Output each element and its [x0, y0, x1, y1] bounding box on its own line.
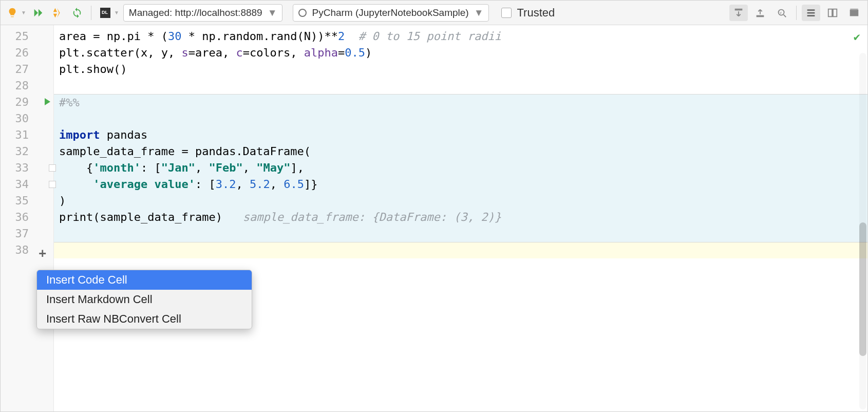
line-number: 34	[1, 176, 53, 193]
show-variables-icon[interactable]: v	[772, 5, 791, 21]
soft-wrap-icon[interactable]	[802, 5, 820, 21]
server-selector[interactable]: Managed: http://localhost:8889 ▼	[123, 4, 283, 22]
split-view-icon[interactable]	[823, 5, 842, 21]
code-line[interactable]: 'average value': [3.2, 5.2, 6.5]}	[54, 176, 867, 193]
line-number: 28	[1, 78, 53, 94]
cell-marker-line[interactable]: #%%	[54, 94, 867, 110]
menu-item-insert-code-cell[interactable]: Insert Code Cell	[37, 270, 252, 290]
code-line[interactable]: import pandas	[54, 127, 867, 143]
fold-handle-icon[interactable]	[49, 181, 56, 188]
trusted-checkbox[interactable]	[501, 8, 512, 18]
current-line[interactable]	[54, 242, 867, 258]
inspection-ok-icon[interactable]: ✔	[854, 30, 860, 43]
datalore-icon[interactable]: DL	[98, 5, 113, 21]
preview-icon[interactable]	[845, 5, 863, 21]
toolbar-separator	[796, 6, 797, 20]
menu-item-insert-markdown-cell[interactable]: Insert Markdown Cell	[37, 290, 252, 309]
trusted-label: Trusted	[517, 6, 555, 20]
code-line[interactable]: sample_data_frame = pandas.DataFrame(	[54, 143, 867, 160]
svg-text:DL: DL	[102, 10, 108, 15]
insert-cell-context-menu: Insert Code Cell Insert Markdown Cell In…	[36, 270, 252, 329]
kernel-status-icon	[298, 9, 307, 17]
code-line[interactable]: area = np.pi * (30 * np.random.rand(N))*…	[54, 28, 867, 45]
svg-rect-8	[833, 9, 837, 16]
svg-text:v: v	[780, 10, 782, 14]
code-line[interactable]: plt.scatter(x, y, s=area, c=colors, alph…	[54, 45, 867, 61]
chevron-down-icon: ▼	[268, 7, 277, 18]
code-line[interactable]	[54, 78, 867, 94]
code-line[interactable]: plt.show()	[54, 61, 867, 78]
scroll-to-source-icon[interactable]	[751, 5, 769, 21]
line-number: 25	[1, 28, 53, 45]
add-cell-icon[interactable]: +	[39, 245, 46, 261]
inline-hint: sample_data_frame: {DataFrame: (3, 2)}	[243, 211, 501, 223]
trusted-toggle[interactable]: Trusted	[501, 6, 555, 20]
code-line[interactable]	[54, 226, 867, 242]
server-selector-label: Managed: http://localhost:8889	[129, 7, 262, 18]
scrollbar-thumb[interactable]	[859, 222, 866, 356]
kernel-selector[interactable]: PyCharm (JupyterNotebookSample) ▼	[293, 4, 489, 22]
line-number: 29	[1, 94, 53, 110]
code-line[interactable]: {'month': ["Jan", "Feb", "May"],	[54, 160, 867, 176]
run-all-icon[interactable]	[30, 5, 46, 21]
editor[interactable]: 25 26 27 28 29 30 31 32 33 34 35 36 37 3…	[1, 25, 867, 411]
line-number: 32	[1, 143, 53, 160]
line-number: 35	[1, 193, 53, 209]
line-number: 33	[1, 160, 53, 176]
chevron-down-icon: ▼	[474, 7, 484, 18]
restart-kernel-icon[interactable]	[69, 5, 85, 21]
line-number: 27	[1, 61, 53, 78]
execute-cell-icon[interactable]	[50, 5, 65, 21]
code-line[interactable]: )	[54, 193, 867, 209]
code-line[interactable]: print(sample_data_frame) sample_data_fra…	[54, 209, 867, 226]
line-number: 26	[1, 45, 53, 61]
toolbar-separator	[91, 6, 91, 20]
toolbar: ▼ DL ▼ Managed: http://localhost:8889 ▼ …	[1, 1, 867, 25]
svg-rect-7	[828, 9, 832, 16]
kernel-selector-label: PyCharm (JupyterNotebookSample)	[312, 7, 468, 18]
code-line[interactable]	[54, 110, 867, 127]
svg-rect-9	[850, 9, 859, 16]
intention-bulb-icon[interactable]	[5, 5, 20, 21]
vertical-scrollbar[interactable]	[859, 53, 866, 409]
line-number: 37	[1, 226, 53, 242]
run-cell-icon[interactable]	[45, 98, 50, 105]
svg-rect-4	[757, 15, 764, 17]
code-area[interactable]: area = np.pi * (30 * np.random.rand(N))*…	[54, 25, 867, 411]
svg-marker-10	[850, 8, 859, 10]
menu-item-insert-raw-nbconvert-cell[interactable]: Insert Raw NBConvert Cell	[37, 309, 252, 329]
line-number: 30	[1, 110, 53, 127]
line-number: 36	[1, 209, 53, 226]
scroll-from-source-icon[interactable]	[729, 5, 748, 21]
fold-handle-icon[interactable]	[49, 164, 56, 172]
gutter: 25 26 27 28 29 30 31 32 33 34 35 36 37 3…	[1, 25, 54, 411]
line-number: 38+	[1, 242, 53, 258]
line-number: 31	[1, 127, 53, 143]
svg-rect-3	[735, 8, 743, 10]
